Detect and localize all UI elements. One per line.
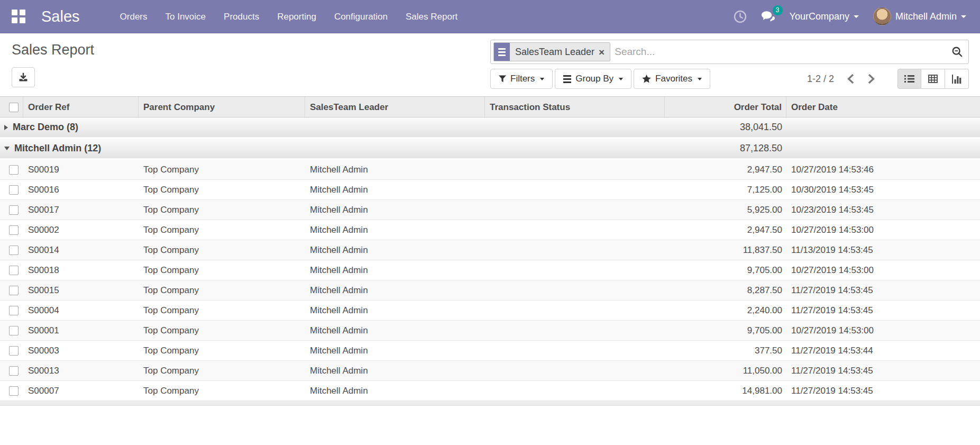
cell-order-ref: S00018 <box>23 265 139 276</box>
search-icon[interactable] <box>951 46 963 58</box>
row-checkbox[interactable] <box>9 205 19 215</box>
cell-salesteam-leader: Mitchell Admin <box>305 386 485 396</box>
column-header-order-total[interactable]: Order Total <box>665 97 786 118</box>
control-panel-left: Sales Report <box>12 40 94 89</box>
search-facet: SalesTeam Leader × <box>493 42 610 61</box>
group-row[interactable]: Marc Demo (8)38,041.50 <box>0 117 980 139</box>
table-body: Marc Demo (8)38,041.50Mitchell Admin (12… <box>0 117 980 401</box>
group-by-facet-icon <box>494 43 510 61</box>
select-all-checkbox[interactable] <box>9 103 19 112</box>
main-menu: OrdersTo InvoiceProductsReportingConfigu… <box>120 0 458 33</box>
group-label: Mitchell Admin (12) <box>14 143 101 154</box>
table-row-s00004[interactable]: S00004Top CompanyMitchell Admin2,240.001… <box>0 301 980 321</box>
group-by-button[interactable]: Group By <box>555 69 631 89</box>
table-row-s00019[interactable]: S00019Top CompanyMitchell Admin2,947.501… <box>0 160 980 180</box>
table-row-s00016[interactable]: S00016Top CompanyMitchell Admin7,125.001… <box>0 180 980 200</box>
facet-remove-icon[interactable]: × <box>599 47 605 57</box>
company-switcher[interactable]: YourCompany <box>790 11 859 22</box>
cell-salesteam-leader: Mitchell Admin <box>305 366 485 376</box>
graph-view-button[interactable] <box>945 69 969 89</box>
row-checkbox[interactable] <box>9 386 19 396</box>
group-order-total: 87,128.50 <box>665 143 786 154</box>
cell-salesteam-leader: Mitchell Admin <box>305 165 485 175</box>
cell-salesteam-leader: Mitchell Admin <box>305 305 485 316</box>
cell-order-total: 9,705.00 <box>665 265 786 276</box>
cell-salesteam-leader: Mitchell Admin <box>305 205 485 215</box>
activities-clock-icon[interactable] <box>734 10 747 23</box>
table-row-s00001[interactable]: S00001Top CompanyMitchell Admin9,705.001… <box>0 321 980 341</box>
row-checkbox[interactable] <box>9 286 19 295</box>
table-row-s00014[interactable]: S00014Top CompanyMitchell Admin11,837.50… <box>0 240 980 260</box>
cell-parent-company: Top Company <box>139 386 305 396</box>
table-row-s00015[interactable]: S00015Top CompanyMitchell Admin8,287.501… <box>0 280 980 301</box>
column-header-order-ref[interactable]: Order Ref <box>23 97 139 118</box>
cell-order-total: 5,925.00 <box>665 205 786 215</box>
table-row-s00007[interactable]: S00007Top CompanyMitchell Admin14,981.00… <box>0 381 980 401</box>
row-checkbox[interactable] <box>9 185 19 195</box>
table-row-s00017[interactable]: S00017Top CompanyMitchell Admin5,925.001… <box>0 200 980 220</box>
cell-parent-company: Top Company <box>139 185 305 195</box>
app-brand-title[interactable]: Sales <box>41 8 80 25</box>
cell-parent-company: Top Company <box>139 366 305 376</box>
group-label: Marc Demo (8) <box>13 122 78 133</box>
filters-button[interactable]: Filters <box>490 69 553 89</box>
company-name: YourCompany <box>790 11 849 22</box>
column-header-salesteam-leader[interactable]: SalesTeam Leader <box>305 97 485 118</box>
row-checkbox[interactable] <box>9 366 19 376</box>
cell-order-date: 10/27/2019 14:53:00 <box>786 265 980 276</box>
cell-order-date: 11/27/2019 14:53:44 <box>786 346 980 356</box>
column-header-transaction-status[interactable]: Transaction Status <box>485 97 665 118</box>
bar-chart-icon <box>952 75 961 84</box>
cell-order-total: 11,837.50 <box>665 245 786 256</box>
cell-order-date: 10/27/2019 14:53:00 <box>786 325 980 336</box>
pivot-view-button[interactable] <box>921 69 945 89</box>
cell-order-total: 7,125.00 <box>665 185 786 195</box>
nav-item-reporting[interactable]: Reporting <box>277 0 316 33</box>
group-row[interactable]: Mitchell Admin (12)87,128.50 <box>0 139 980 160</box>
row-checkbox[interactable] <box>9 225 19 235</box>
chevron-down-icon <box>619 78 623 80</box>
cell-parent-company: Top Company <box>139 305 305 316</box>
nav-item-sales-report[interactable]: Sales Report <box>406 0 457 33</box>
cell-salesteam-leader: Mitchell Admin <box>305 325 485 336</box>
group-expanded-icon <box>4 147 10 150</box>
search-controls-row: Filters Group By Favorites <box>490 69 969 89</box>
row-checkbox[interactable] <box>9 306 19 315</box>
row-checkbox[interactable] <box>9 346 19 356</box>
chevron-down-icon <box>961 15 966 18</box>
cell-order-ref: S00019 <box>23 165 139 175</box>
nav-item-configuration[interactable]: Configuration <box>334 0 388 33</box>
row-checkbox[interactable] <box>9 266 19 275</box>
table-row-s00013[interactable]: S00013Top CompanyMitchell Admin11,050.00… <box>0 361 980 381</box>
search-bar[interactable]: SalesTeam Leader × <box>490 40 969 64</box>
pager-previous-icon[interactable] <box>847 74 855 84</box>
nav-item-orders[interactable]: Orders <box>120 0 148 33</box>
column-header-order-date[interactable]: Order Date <box>786 97 980 118</box>
table-row-s00002[interactable]: S00002Top CompanyMitchell Admin2,947.501… <box>0 220 980 240</box>
nav-item-to-invoice[interactable]: To Invoice <box>166 0 206 33</box>
filter-funnel-icon <box>499 75 506 83</box>
apps-menu-icon[interactable] <box>12 10 25 23</box>
cell-order-ref: S00014 <box>23 245 139 256</box>
row-checkbox[interactable] <box>9 246 19 255</box>
column-header-parent-company[interactable]: Parent Company <box>139 97 305 118</box>
pager-next-icon[interactable] <box>867 74 875 84</box>
export-button[interactable] <box>12 67 35 87</box>
nav-item-products[interactable]: Products <box>224 0 259 33</box>
row-checkbox[interactable] <box>9 165 19 175</box>
favorites-button[interactable]: Favorites <box>634 69 710 89</box>
search-input[interactable] <box>610 46 951 58</box>
messages-icon[interactable]: 3 <box>761 10 775 23</box>
table-row-s00018[interactable]: S00018Top CompanyMitchell Admin9,705.001… <box>0 260 980 280</box>
cell-parent-company: Top Company <box>139 165 305 175</box>
user-menu[interactable]: Mitchell Admin <box>873 7 966 25</box>
navbar-right: 3 YourCompany Mitchell Admin <box>734 7 966 25</box>
cell-salesteam-leader: Mitchell Admin <box>305 285 485 296</box>
list-view-button[interactable] <box>897 69 921 89</box>
cell-order-total: 2,947.50 <box>665 165 786 175</box>
chevron-down-icon <box>854 15 859 18</box>
cell-order-ref: S00017 <box>23 205 139 215</box>
table-row-s00003[interactable]: S00003Top CompanyMitchell Admin377.5011/… <box>0 341 980 361</box>
row-checkbox[interactable] <box>9 326 19 335</box>
cell-order-ref: S00004 <box>23 305 139 316</box>
